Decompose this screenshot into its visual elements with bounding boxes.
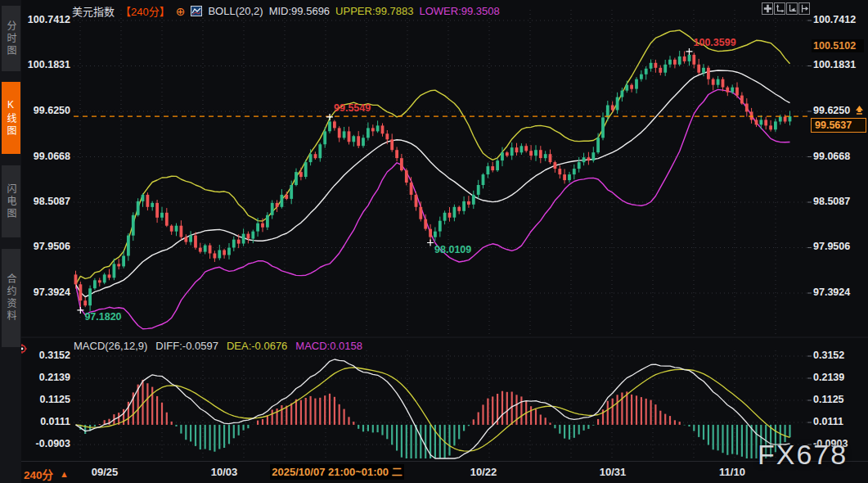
upper-band-tag: 100.5102: [812, 39, 864, 52]
add-indicator-icon[interactable]: ⊕: [176, 5, 186, 18]
chart-canvas[interactable]: 97.182099.554998.0109100.3599: [0, 0, 868, 483]
current-price-tag: 99.5637: [811, 118, 866, 133]
sidebar-tab-kline-chart[interactable]: K线图: [2, 82, 20, 154]
svg-text:98.0109: 98.0109: [434, 244, 471, 255]
date-tick: 10/22: [470, 466, 497, 478]
timeframe-arrow-icon: ▲: [60, 469, 69, 479]
sidebar-tab-contract-info[interactable]: 合约资料: [2, 249, 20, 347]
scroll-to-latest-icon[interactable]: [854, 104, 865, 119]
date-tick: 11/10: [719, 466, 745, 478]
sidebar-tab-lightning-chart[interactable]: 闪电图: [2, 165, 20, 237]
date-tick: 10/31: [600, 466, 627, 478]
timeframe-indicator[interactable]: 240分▲: [24, 466, 69, 482]
svg-text:100.3599: 100.3599: [694, 37, 736, 48]
svg-text:97.1820: 97.1820: [84, 311, 121, 323]
date-tick: 10/03: [211, 466, 238, 478]
zoom-x-axis-icon[interactable]: [786, 2, 798, 15]
sidebar: 分时图 K线图 闪电图 合约资料: [0, 0, 21, 483]
svg-text:99.5549: 99.5549: [334, 102, 371, 114]
date-tick: 09/25: [92, 466, 119, 478]
zoom-y-axis-icon[interactable]: [774, 2, 785, 15]
sidebar-tab-timeline-chart[interactable]: 分时图: [2, 6, 20, 71]
pan-right-icon[interactable]: [798, 2, 810, 15]
crosshair-date-readout: 2025/10/07 21:00~01:00 二: [270, 464, 404, 480]
chart-toolbar: [762, 2, 810, 15]
time-axis-bar: 240分▲ 2025/10/07 21:00~01:00 二 09/2510/0…: [21, 461, 868, 483]
trading-app: 97.182099.554998.0109100.3599 分时图 K线图 闪电…: [0, 0, 868, 483]
crosshair-icon[interactable]: [762, 2, 773, 15]
